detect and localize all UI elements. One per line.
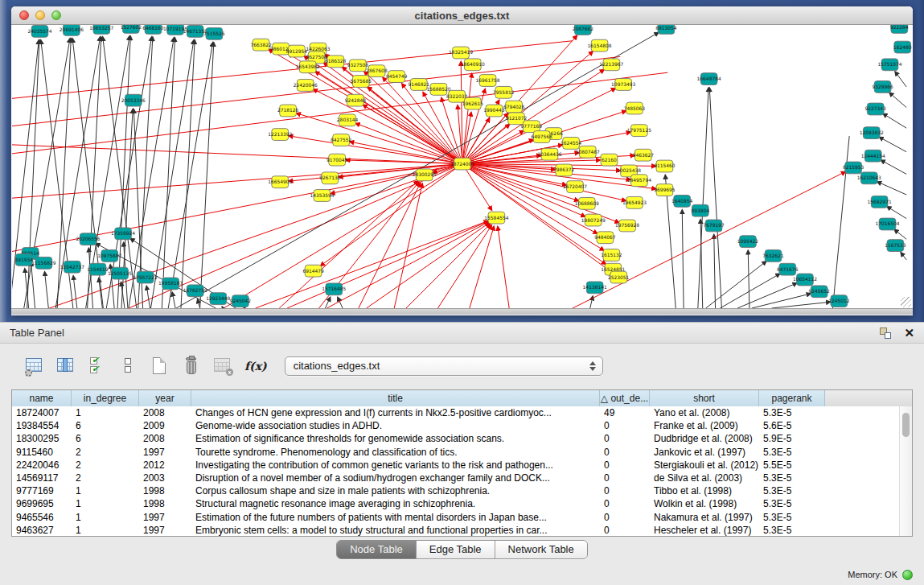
table-row[interactable]: 2242004622012Investigating the contribut… [12, 459, 899, 472]
graph-node[interactable]: 922284 [890, 25, 909, 33]
graph-node[interactable]: 19958187 [158, 278, 183, 290]
column-header-out_de[interactable]: △ out_de... [600, 390, 650, 406]
graph-node[interactable]: 18325419 [449, 47, 473, 59]
graph-node[interactable]: 9329966 [872, 81, 893, 93]
graph-node[interactable]: 5675685 [351, 76, 372, 88]
graph-node[interactable]: 18640910 [461, 59, 485, 71]
graph-node[interactable]: 1527602 [121, 25, 142, 33]
graph-node[interactable]: 6466160 [142, 25, 164, 34]
graph-node[interactable]: 1640954 [671, 195, 693, 207]
graph-node[interactable]: 9484067 [594, 232, 616, 244]
graph-node[interactable]: 9327508 [347, 60, 369, 72]
tab-network-table[interactable]: Network Table [495, 541, 587, 558]
table-row[interactable]: 946362711997Embryonic stem cells: a mode… [12, 524, 899, 536]
graph-node[interactable]: 9245652 [809, 286, 831, 298]
graph-node[interactable]: 16154808 [588, 39, 612, 51]
graph-node[interactable]: 1245012 [828, 295, 850, 307]
table-row[interactable]: 977716911998Corpus callosum shape and si… [12, 484, 899, 497]
graph-node[interactable]: 7485063 [624, 102, 646, 114]
graph-node[interactable]: 12042737 [60, 261, 84, 273]
table-row[interactable]: 1938455462009Genome-wide association stu… [12, 419, 899, 432]
graph-node[interactable]: 9227343 [865, 103, 887, 115]
column-header-in_degree[interactable]: in_degree [72, 390, 139, 406]
graph-node[interactable]: 2803144 [337, 114, 359, 126]
column-header-pagerank[interactable]: pagerank [759, 390, 825, 406]
graph-node[interactable]: 24035574 [27, 25, 51, 37]
delete-column-icon[interactable] [181, 356, 202, 377]
graph-node[interactable]: 17359924 [111, 228, 135, 240]
graph-node[interactable]: 2523051 [608, 271, 630, 283]
graph-node[interactable]: 12444154 [861, 150, 885, 162]
graph-node[interactable]: 8454749 [386, 71, 408, 83]
graph-node[interactable]: 20364436 [537, 148, 561, 160]
graph-node[interactable]: 17957223 [133, 271, 158, 283]
graph-node[interactable]: 10807487 [576, 146, 600, 158]
graph-node[interactable]: 62160 [601, 154, 618, 166]
float-panel-icon[interactable] [880, 328, 891, 339]
column-header-name[interactable]: name [12, 390, 72, 406]
scrollbar-thumb[interactable] [902, 413, 910, 437]
new-column-icon[interactable] [150, 356, 170, 377]
graph-node[interactable]: 2718126 [277, 105, 299, 117]
table-scrollbar[interactable] [899, 406, 912, 536]
graph-node[interactable]: 6497568 [531, 131, 552, 143]
graph-node[interactable]: 8186328 [325, 56, 347, 68]
graph-node[interactable]: 17016504 [875, 218, 899, 230]
graph-node[interactable]: 15751074 [877, 59, 901, 71]
graph-node[interactable]: 14353594 [310, 190, 334, 202]
graph-node[interactable]: 9245042 [230, 295, 252, 307]
graph-node[interactable]: 16654903 [268, 176, 292, 188]
graph-node[interactable]: 10973493 [611, 79, 635, 91]
graph-node[interactable]: 16782759 [183, 285, 207, 297]
table-row[interactable]: 1830029562008Estimation of significance … [12, 432, 899, 445]
window-resize-grip[interactable] [901, 297, 911, 307]
graph-node[interactable]: 7986372 [553, 164, 575, 176]
graph-node[interactable]: 11156829 [31, 257, 55, 269]
graph-node[interactable]: 2087662 [573, 25, 594, 35]
graph-node[interactable]: 9699695 [654, 184, 676, 196]
graph-node[interactable]: 7679197 [703, 220, 725, 232]
graph-node[interactable]: 7663822 [250, 39, 272, 51]
graph-node[interactable]: 1154519 [87, 263, 109, 275]
graph-node[interactable]: 6914479 [302, 265, 324, 277]
table-row[interactable]: 1872400712008Changes of HCN gene express… [12, 406, 899, 419]
graph-node[interactable]: 9267130 [319, 172, 341, 184]
select-all-icon[interactable] [87, 356, 108, 377]
graph-node[interactable]: 15584554 [484, 212, 508, 224]
table-row[interactable]: 946554611997Estimation of the future num… [12, 511, 899, 524]
graph-node[interactable]: 1990443 [483, 105, 505, 117]
table-row[interactable]: 969969511998Structural magnetic resonanc… [12, 497, 899, 510]
graph-node[interactable]: 20691406 [60, 25, 84, 35]
graph-node[interactable]: 7515526 [203, 27, 225, 39]
network-view-canvas[interactable]: 1872400718300295766382298601288912954142… [12, 25, 912, 308]
graph-node[interactable]: 12213967 [599, 59, 623, 71]
delete-table-icon[interactable] [212, 356, 233, 377]
graph-node[interactable]: 1095422 [737, 236, 759, 248]
graph-node[interactable]: 15692971 [868, 196, 892, 208]
table-selector-dropdown[interactable]: citations_edges.txt [285, 356, 603, 376]
graph-node[interactable]: 10688609 [575, 197, 599, 209]
graph-node[interactable]: 12923448 [206, 293, 230, 305]
graph-node[interactable]: 2867608 [366, 65, 388, 77]
graph-node[interactable]: 10653257 [89, 25, 113, 34]
graph-node[interactable]: 12093832 [860, 127, 884, 139]
clear-selection-icon[interactable] [118, 356, 139, 377]
graph-node[interactable]: 391934 [14, 253, 33, 266]
citation-network-graph[interactable]: 1872400718300295766382298601288912954142… [12, 25, 912, 308]
graph-node[interactable]: 9115460 [654, 160, 676, 172]
graph-node[interactable]: 6794028 [503, 101, 525, 113]
graph-node[interactable]: 16648784 [697, 73, 721, 85]
graph-node[interactable]: 1624554 [561, 138, 582, 150]
table-row[interactable]: 911546021997Tourette syndrome. Phenomeno… [12, 446, 899, 459]
graph-node[interactable]: 7955812 [493, 86, 515, 98]
column-header-year[interactable]: year [139, 390, 191, 406]
graph-node[interactable]: 12213392 [268, 129, 292, 141]
graph-node[interactable]: 8912954 [286, 45, 308, 57]
graph-node[interactable]: 9170045 [326, 154, 348, 166]
table-row[interactable]: 1456911722003Disruption of a novel membe… [12, 472, 899, 484]
graph-node[interactable]: 9242848 [345, 94, 367, 106]
graph-node[interactable]: 17975125 [627, 125, 651, 137]
graph-node[interactable]: 1962615 [462, 97, 484, 109]
graph-node[interactable]: 1615132 [601, 249, 622, 262]
graph-node[interactable]: 8471676 [777, 263, 799, 275]
